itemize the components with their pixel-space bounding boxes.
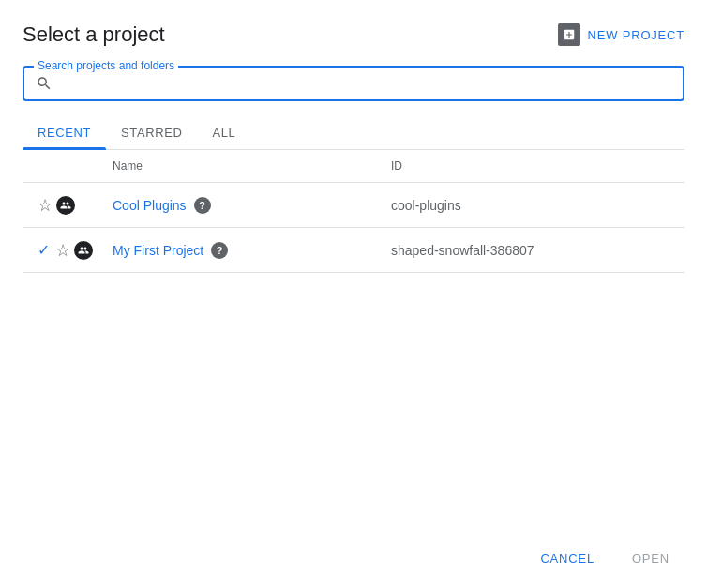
dialog-title: Select a project	[23, 23, 165, 47]
row-id-1: cool-plugins	[391, 198, 669, 213]
search-icon	[36, 75, 53, 92]
tabs-container: RECENT STARRED ALL	[23, 116, 684, 150]
project-link-2[interactable]: My First Project	[113, 243, 203, 258]
star-icon-1[interactable]: ☆	[38, 197, 53, 214]
tab-recent[interactable]: RECENT	[23, 116, 106, 149]
col-name-header: Name	[113, 159, 391, 173]
select-project-dialog: Select a project NEW PROJECT Search proj…	[0, 0, 707, 588]
cancel-button[interactable]: CANCEL	[525, 544, 609, 573]
new-project-icon	[558, 23, 580, 46]
check-icon-2: ✓	[38, 241, 50, 259]
content-area: RECENT STARRED ALL Name ID ☆ Cool Plugin…	[23, 116, 684, 529]
project-link-1[interactable]: Cool Plugins	[113, 198, 187, 213]
help-icon-2[interactable]: ?	[211, 242, 228, 259]
people-icon-2	[74, 241, 93, 260]
open-button[interactable]: OPEN	[617, 544, 684, 573]
row-actions-2: ✓ ☆	[38, 241, 113, 260]
people-icon-1	[56, 196, 75, 215]
star-icon-2[interactable]: ☆	[55, 242, 70, 259]
row-actions-1: ☆	[38, 196, 113, 215]
col-id-header: ID	[391, 159, 669, 173]
tab-all[interactable]: ALL	[197, 116, 250, 149]
new-project-label: NEW PROJECT	[588, 28, 684, 42]
row-name-1: Cool Plugins ?	[113, 197, 391, 214]
dialog-footer: CANCEL OPEN	[23, 529, 684, 573]
help-icon-1[interactable]: ?	[194, 197, 211, 214]
row-id-2: shaped-snowfall-386807	[391, 243, 669, 258]
search-input[interactable]	[60, 75, 671, 92]
dialog-header: Select a project NEW PROJECT	[23, 23, 684, 47]
table-row: ☆ Cool Plugins ? cool-plugins	[23, 183, 684, 228]
col-actions-header	[38, 159, 113, 173]
new-project-button[interactable]: NEW PROJECT	[558, 23, 684, 46]
table-header: Name ID	[23, 150, 684, 183]
search-container: Search projects and folders	[23, 66, 684, 101]
tab-starred[interactable]: STARRED	[106, 116, 197, 149]
table-row: ✓ ☆ My First Project ? shaped-snowfall-3…	[23, 228, 684, 273]
search-label: Search projects and folders	[34, 59, 178, 72]
row-name-2: My First Project ?	[113, 242, 391, 259]
